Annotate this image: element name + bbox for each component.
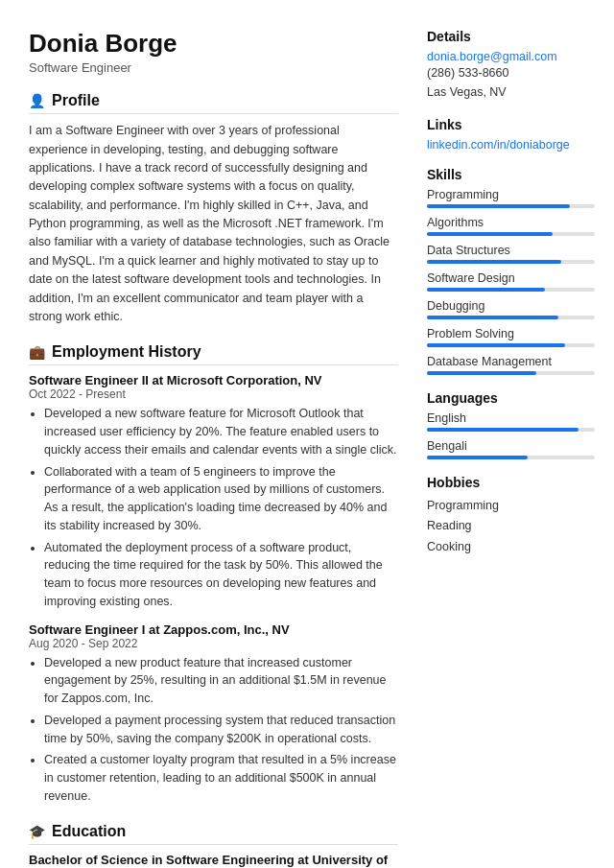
job-bullet: Created a customer loyalty program that … — [44, 751, 398, 805]
skill-bar-fill — [427, 343, 565, 347]
job-title: Software Engineer I at Zappos.com, Inc.,… — [29, 622, 398, 637]
employment-heading: 💼 Employment History — [29, 343, 398, 365]
skill-item: Programming — [427, 188, 595, 208]
language-bar-fill — [427, 456, 528, 459]
skill-label: Programming — [427, 188, 595, 201]
job-bullet: Automated the deployment process of a so… — [44, 539, 398, 611]
linkedin-link[interactable]: linkedin.com/in/doniaborge — [427, 138, 595, 152]
job-bullet: Developed a new product feature that inc… — [44, 654, 398, 708]
skill-item: Algorithms — [427, 216, 595, 236]
details-section: Details donia.borge@gmail.com (286) 533-… — [427, 29, 595, 102]
language-item: Bengali — [427, 439, 595, 459]
hobby-item: Cooking — [427, 537, 595, 557]
skill-bar-fill — [427, 204, 570, 208]
details-heading: Details — [427, 29, 595, 44]
education-section: 🎓 Education Bachelor of Science in Softw… — [29, 823, 398, 868]
skill-item: Data Structures — [427, 244, 595, 264]
skill-item: Debugging — [427, 299, 595, 319]
skill-label: Database Management — [427, 355, 595, 368]
skill-label: Problem Solving — [427, 327, 595, 340]
languages-heading: Languages — [427, 390, 595, 406]
language-label: English — [427, 411, 595, 425]
profile-section: 👤 Profile I am a Software Engineer with … — [29, 92, 398, 326]
skill-bar-bg — [427, 288, 595, 292]
header: Donia Borge Software Engineer — [29, 29, 398, 75]
education-heading: 🎓 Education — [29, 823, 398, 845]
employment-section: 💼 Employment History Software Engineer I… — [29, 343, 398, 805]
hobby-item: Reading — [427, 516, 595, 536]
skill-bar-fill — [427, 371, 536, 375]
skill-item: Database Management — [427, 355, 595, 375]
language-item: English — [427, 411, 595, 432]
education-icon: 🎓 — [29, 824, 45, 839]
email-link[interactable]: donia.borge@gmail.com — [427, 50, 595, 63]
candidate-title: Software Engineer — [29, 60, 398, 75]
languages-section: Languages EnglishBengali — [427, 390, 595, 459]
employment-icon: 💼 — [29, 344, 45, 360]
hobbies-section: Hobbies ProgrammingReadingCooking — [427, 475, 595, 557]
job-dates: Oct 2022 - Present — [29, 387, 398, 401]
skill-label: Software Design — [427, 271, 595, 285]
skills-heading: Skills — [427, 167, 595, 182]
job-entry: Software Engineer II at Microsoft Corpor… — [29, 373, 398, 610]
location: Las Vegas, NV — [427, 82, 595, 102]
language-bar-bg — [427, 428, 595, 432]
skill-bar-bg — [427, 343, 595, 347]
skill-label: Data Structures — [427, 244, 595, 257]
candidate-name: Donia Borge — [29, 29, 398, 59]
skill-bar-fill — [427, 316, 558, 319]
phone: (286) 533-8660 — [427, 63, 595, 82]
skill-bar-bg — [427, 204, 595, 208]
language-label: Bengali — [427, 439, 595, 453]
job-bullet: Developed a payment processing system th… — [44, 712, 398, 748]
job-entry: Software Engineer I at Zappos.com, Inc.,… — [29, 622, 398, 806]
language-bar-bg — [427, 456, 595, 459]
skill-bar-fill — [427, 232, 553, 236]
skill-item: Problem Solving — [427, 327, 595, 347]
skill-bar-bg — [427, 371, 595, 375]
job-dates: Aug 2020 - Sep 2022 — [29, 637, 398, 650]
skill-bar-bg — [427, 260, 595, 264]
profile-icon: 👤 — [29, 93, 45, 108]
skill-label: Debugging — [427, 299, 595, 313]
skill-bar-bg — [427, 232, 595, 236]
links-section: Links linkedin.com/in/doniaborge — [427, 117, 595, 152]
skill-bar-bg — [427, 316, 595, 319]
edu-entry: Bachelor of Science in Software Engineer… — [29, 853, 398, 868]
edu-title: Bachelor of Science in Software Engineer… — [29, 853, 398, 868]
links-heading: Links — [427, 117, 595, 132]
hobbies-heading: Hobbies — [427, 475, 595, 490]
skill-bar-fill — [427, 260, 561, 264]
profile-heading: 👤 Profile — [29, 92, 398, 114]
job-bullet: Collaborated with a team of 5 engineers … — [44, 463, 398, 535]
right-sidebar: Details donia.borge@gmail.com (286) 533-… — [427, 29, 595, 868]
hobby-item: Programming — [427, 496, 595, 516]
job-bullet: Developed a new software feature for Mic… — [44, 405, 398, 458]
skills-section: Skills ProgrammingAlgorithmsData Structu… — [427, 167, 595, 375]
job-title: Software Engineer II at Microsoft Corpor… — [29, 373, 398, 387]
skill-bar-fill — [427, 288, 545, 292]
skill-item: Software Design — [427, 271, 595, 292]
skill-label: Algorithms — [427, 216, 595, 229]
profile-text: I am a Software Engineer with over 3 yea… — [29, 122, 398, 326]
language-bar-fill — [427, 428, 579, 432]
